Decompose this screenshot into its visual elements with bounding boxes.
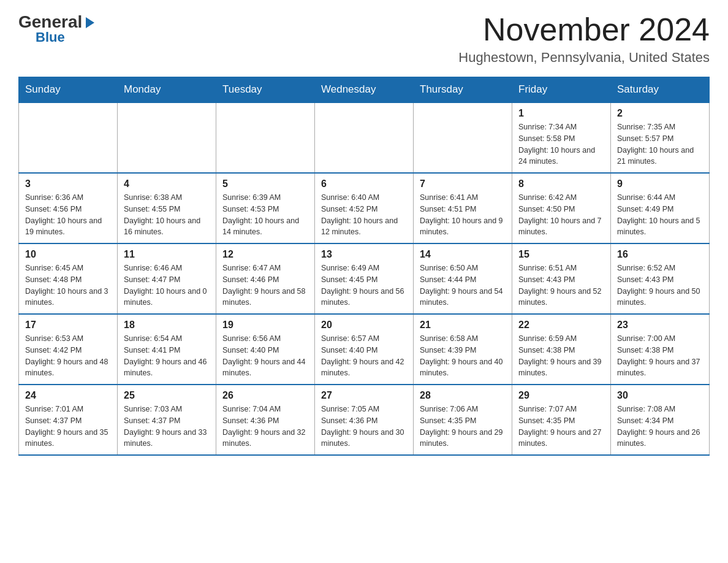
- day-info: Sunrise: 6:38 AMSunset: 4:55 PMDaylight:…: [124, 192, 210, 238]
- logo: General Blue: [18, 12, 97, 45]
- day-info: Sunrise: 6:50 AMSunset: 4:44 PMDaylight:…: [420, 262, 506, 308]
- calendar-cell: 6Sunrise: 6:40 AMSunset: 4:52 PMDaylight…: [315, 173, 414, 243]
- calendar-cell: 24Sunrise: 7:01 AMSunset: 4:37 PMDayligh…: [19, 385, 118, 455]
- calendar-cell: 14Sunrise: 6:50 AMSunset: 4:44 PMDayligh…: [414, 243, 512, 314]
- day-info: Sunrise: 7:07 AMSunset: 4:35 PMDaylight:…: [518, 404, 604, 450]
- calendar-cell: 17Sunrise: 6:53 AMSunset: 4:42 PMDayligh…: [19, 314, 118, 385]
- calendar-cell: 26Sunrise: 7:04 AMSunset: 4:36 PMDayligh…: [216, 385, 315, 455]
- day-number: 12: [222, 249, 308, 260]
- calendar-cell: 23Sunrise: 7:00 AMSunset: 4:38 PMDayligh…: [611, 314, 710, 385]
- day-info: Sunrise: 7:08 AMSunset: 4:34 PMDaylight:…: [617, 404, 703, 450]
- day-number: 9: [617, 178, 703, 190]
- day-number: 15: [518, 249, 604, 260]
- weekday-header-wednesday: Wednesday: [315, 77, 414, 103]
- calendar-cell: 5Sunrise: 6:39 AMSunset: 4:53 PMDaylight…: [216, 173, 315, 243]
- calendar-cell: 21Sunrise: 6:58 AMSunset: 4:39 PMDayligh…: [414, 314, 512, 385]
- day-info: Sunrise: 6:57 AMSunset: 4:40 PMDaylight:…: [321, 333, 407, 379]
- svg-marker-0: [86, 17, 94, 28]
- day-number: 22: [518, 320, 604, 331]
- calendar-cell: [118, 102, 216, 173]
- day-number: 11: [124, 249, 210, 260]
- calendar-cell: 9Sunrise: 6:44 AMSunset: 4:49 PMDaylight…: [611, 173, 710, 243]
- calendar-week-2: 3Sunrise: 6:36 AMSunset: 4:56 PMDaylight…: [19, 173, 710, 243]
- calendar-cell: 30Sunrise: 7:08 AMSunset: 4:34 PMDayligh…: [611, 385, 710, 455]
- calendar-cell: 19Sunrise: 6:56 AMSunset: 4:40 PMDayligh…: [216, 314, 315, 385]
- day-info: Sunrise: 6:47 AMSunset: 4:46 PMDaylight:…: [222, 262, 308, 308]
- calendar-cell: 11Sunrise: 6:46 AMSunset: 4:47 PMDayligh…: [118, 243, 216, 314]
- day-number: 24: [25, 390, 111, 401]
- day-info: Sunrise: 7:06 AMSunset: 4:35 PMDaylight:…: [420, 404, 506, 450]
- calendar-week-5: 24Sunrise: 7:01 AMSunset: 4:37 PMDayligh…: [19, 385, 710, 455]
- calendar-cell: [19, 102, 118, 173]
- weekday-header-friday: Friday: [512, 77, 611, 103]
- calendar-cell: 1Sunrise: 7:34 AMSunset: 5:58 PMDaylight…: [512, 102, 611, 173]
- day-info: Sunrise: 6:41 AMSunset: 4:51 PMDaylight:…: [420, 192, 506, 238]
- calendar-table: SundayMondayTuesdayWednesdayThursdayFrid…: [18, 77, 710, 456]
- day-number: 27: [321, 390, 407, 401]
- month-title: November 2024: [458, 12, 710, 47]
- calendar-cell: 20Sunrise: 6:57 AMSunset: 4:40 PMDayligh…: [315, 314, 414, 385]
- calendar-cell: [216, 102, 315, 173]
- day-number: 3: [25, 178, 111, 190]
- logo-blue-text: Blue: [36, 29, 65, 45]
- day-info: Sunrise: 6:46 AMSunset: 4:47 PMDaylight:…: [124, 262, 210, 308]
- calendar-cell: [414, 102, 512, 173]
- day-info: Sunrise: 6:51 AMSunset: 4:43 PMDaylight:…: [518, 262, 604, 308]
- calendar-cell: 25Sunrise: 7:03 AMSunset: 4:37 PMDayligh…: [118, 385, 216, 455]
- calendar-cell: 22Sunrise: 6:59 AMSunset: 4:38 PMDayligh…: [512, 314, 611, 385]
- day-info: Sunrise: 6:44 AMSunset: 4:49 PMDaylight:…: [617, 192, 703, 238]
- day-number: 10: [25, 249, 111, 260]
- calendar-cell: 4Sunrise: 6:38 AMSunset: 4:55 PMDaylight…: [118, 173, 216, 243]
- weekday-header-sunday: Sunday: [19, 77, 118, 103]
- day-number: 14: [420, 249, 506, 260]
- day-number: 1: [518, 108, 604, 119]
- calendar-cell: [315, 102, 414, 173]
- weekday-header-thursday: Thursday: [414, 77, 512, 103]
- day-number: 17: [25, 320, 111, 331]
- day-number: 7: [420, 178, 506, 190]
- weekday-header-row: SundayMondayTuesdayWednesdayThursdayFrid…: [19, 77, 710, 103]
- day-info: Sunrise: 6:36 AMSunset: 4:56 PMDaylight:…: [25, 192, 111, 238]
- calendar-cell: 15Sunrise: 6:51 AMSunset: 4:43 PMDayligh…: [512, 243, 611, 314]
- calendar-cell: 3Sunrise: 6:36 AMSunset: 4:56 PMDaylight…: [19, 173, 118, 243]
- calendar-cell: 2Sunrise: 7:35 AMSunset: 5:57 PMDaylight…: [611, 102, 710, 173]
- day-number: 26: [222, 390, 308, 401]
- day-number: 5: [222, 178, 308, 190]
- day-info: Sunrise: 7:03 AMSunset: 4:37 PMDaylight:…: [124, 404, 210, 450]
- day-number: 28: [420, 390, 506, 401]
- day-info: Sunrise: 6:45 AMSunset: 4:48 PMDaylight:…: [25, 262, 111, 308]
- calendar-cell: 16Sunrise: 6:52 AMSunset: 4:43 PMDayligh…: [611, 243, 710, 314]
- weekday-header-monday: Monday: [118, 77, 216, 103]
- day-info: Sunrise: 7:04 AMSunset: 4:36 PMDaylight:…: [222, 404, 308, 450]
- calendar-cell: 13Sunrise: 6:49 AMSunset: 4:45 PMDayligh…: [315, 243, 414, 314]
- day-number: 20: [321, 320, 407, 331]
- day-info: Sunrise: 6:53 AMSunset: 4:42 PMDaylight:…: [25, 333, 111, 379]
- calendar-cell: 12Sunrise: 6:47 AMSunset: 4:46 PMDayligh…: [216, 243, 315, 314]
- day-number: 23: [617, 320, 703, 331]
- calendar-cell: 7Sunrise: 6:41 AMSunset: 4:51 PMDaylight…: [414, 173, 512, 243]
- calendar-cell: 8Sunrise: 6:42 AMSunset: 4:50 PMDaylight…: [512, 173, 611, 243]
- day-info: Sunrise: 6:54 AMSunset: 4:41 PMDaylight:…: [124, 333, 210, 379]
- day-number: 30: [617, 390, 703, 401]
- day-info: Sunrise: 6:56 AMSunset: 4:40 PMDaylight:…: [222, 333, 308, 379]
- day-info: Sunrise: 7:05 AMSunset: 4:36 PMDaylight:…: [321, 404, 407, 450]
- calendar-week-3: 10Sunrise: 6:45 AMSunset: 4:48 PMDayligh…: [19, 243, 710, 314]
- day-info: Sunrise: 6:39 AMSunset: 4:53 PMDaylight:…: [222, 192, 308, 238]
- day-number: 2: [617, 108, 703, 119]
- location-text: Hughestown, Pennsylvania, United States: [458, 50, 710, 66]
- calendar-cell: 18Sunrise: 6:54 AMSunset: 4:41 PMDayligh…: [118, 314, 216, 385]
- day-info: Sunrise: 6:49 AMSunset: 4:45 PMDaylight:…: [321, 262, 407, 308]
- day-info: Sunrise: 6:42 AMSunset: 4:50 PMDaylight:…: [518, 192, 604, 238]
- day-info: Sunrise: 6:58 AMSunset: 4:39 PMDaylight:…: [420, 333, 506, 379]
- day-number: 25: [124, 390, 210, 401]
- day-info: Sunrise: 7:34 AMSunset: 5:58 PMDaylight:…: [518, 121, 604, 167]
- page-header: General Blue November 2024 Hughestown, P…: [18, 12, 710, 66]
- title-block: November 2024 Hughestown, Pennsylvania, …: [458, 12, 710, 66]
- day-number: 6: [321, 178, 407, 190]
- day-info: Sunrise: 7:35 AMSunset: 5:57 PMDaylight:…: [617, 121, 703, 167]
- day-number: 13: [321, 249, 407, 260]
- day-number: 29: [518, 390, 604, 401]
- weekday-header-tuesday: Tuesday: [216, 77, 315, 103]
- day-number: 4: [124, 178, 210, 190]
- calendar-week-4: 17Sunrise: 6:53 AMSunset: 4:42 PMDayligh…: [19, 314, 710, 385]
